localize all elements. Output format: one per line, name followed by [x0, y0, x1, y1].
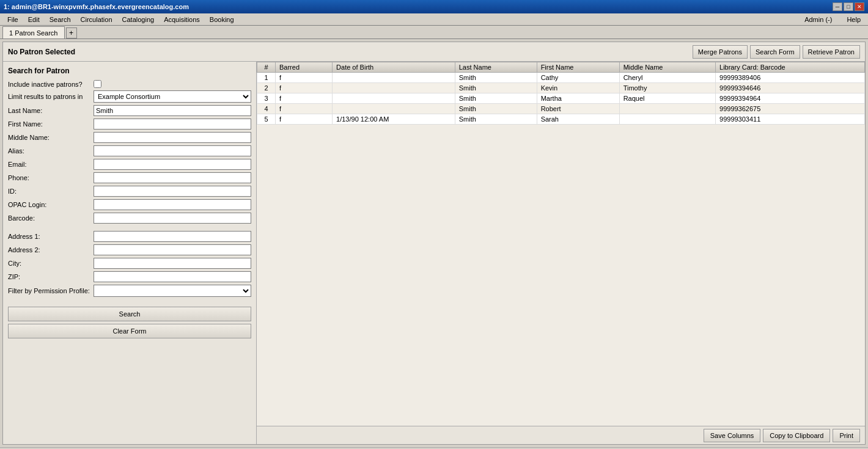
- menubar-right: Admin (-) Help: [800, 15, 866, 24]
- maximize-button[interactable]: □: [844, 2, 853, 11]
- address2-input[interactable]: [94, 244, 251, 255]
- titlebar: 1: admin@BR1-winxpvmfx.phasefx.evergreen…: [0, 0, 868, 13]
- cell-barcode: 99999394964: [716, 93, 865, 104]
- close-button[interactable]: ✕: [855, 2, 864, 11]
- barcode-label: Barcode:: [8, 214, 94, 222]
- email-input[interactable]: [94, 159, 251, 170]
- clear-form-button[interactable]: Clear Form: [8, 324, 251, 338]
- cell-num: 2: [257, 83, 276, 93]
- city-label: City:: [8, 260, 94, 267]
- table-row[interactable]: 1 f Smith Cathy Cheryl 99999389406: [257, 73, 865, 83]
- cell-dob: 1/13/90 12:00 AM: [333, 114, 455, 125]
- tab-add-button[interactable]: +: [66, 27, 77, 38]
- search-form-title: Search for Patron: [8, 67, 251, 75]
- cell-num: 4: [257, 104, 276, 114]
- first-name-row: First Name:: [8, 119, 251, 130]
- include-inactive-row: Include inactive patrons?: [8, 80, 251, 88]
- bottom-bar: Save Columns Copy to Clipboard Print: [257, 426, 865, 444]
- table-row[interactable]: 2 f Smith Kevin Timothy 99999394646: [257, 83, 865, 93]
- search-form-button[interactable]: Search Form: [750, 45, 800, 59]
- table-row[interactable]: 5 f 1/13/90 12:00 AM Smith Sarah 9999930…: [257, 114, 865, 125]
- opac-login-row: OPAC Login:: [8, 199, 251, 210]
- barcode-row: Barcode:: [8, 213, 251, 224]
- cell-middle: Cheryl: [619, 73, 715, 83]
- col-header-last: Last Name: [455, 62, 537, 73]
- retrieve-patron-button[interactable]: Retrieve Patron: [803, 45, 860, 59]
- titlebar-title: 1: admin@BR1-winxpvmfx.phasefx.evergreen…: [4, 3, 189, 10]
- save-columns-button[interactable]: Save Columns: [704, 429, 761, 442]
- cell-last: Smith: [455, 93, 537, 104]
- titlebar-controls: ─ □ ✕: [833, 2, 864, 11]
- results-tbody: 1 f Smith Cathy Cheryl 99999389406 2 f S…: [257, 73, 865, 125]
- zip-label: ZIP:: [8, 273, 94, 280]
- include-inactive-checkbox[interactable]: [94, 80, 101, 88]
- alias-label: Alias:: [8, 147, 94, 155]
- filter-permission-row: Filter by Permission Profile:: [8, 285, 251, 297]
- email-label: Email:: [8, 161, 94, 168]
- address1-label: Address 1:: [8, 233, 94, 240]
- cell-barred: f: [276, 83, 333, 93]
- middle-name-label: Middle Name:: [8, 134, 94, 141]
- results-panel: # Barred Date of Birth Last Name First N…: [257, 62, 865, 444]
- menu-file[interactable]: File: [2, 15, 23, 24]
- merge-patrons-button[interactable]: Merge Patrons: [693, 45, 748, 59]
- tabbar: 1 Patron Search +: [0, 26, 868, 39]
- copy-to-clipboard-button[interactable]: Copy to Clipboard: [763, 429, 830, 442]
- alias-row: Alias:: [8, 145, 251, 156]
- cell-last: Smith: [455, 73, 537, 83]
- col-header-first: First Name: [537, 62, 619, 73]
- topbar-buttons: Merge Patrons Search Form Retrieve Patro…: [693, 45, 860, 59]
- email-row: Email:: [8, 159, 251, 170]
- menu-admin[interactable]: Admin (-): [800, 15, 837, 24]
- city-input[interactable]: [94, 258, 251, 269]
- phone-label: Phone:: [8, 174, 94, 181]
- menu-search[interactable]: Search: [45, 15, 76, 24]
- first-name-input[interactable]: [94, 119, 251, 130]
- phone-input[interactable]: [94, 172, 251, 183]
- middle-name-input[interactable]: [94, 132, 251, 143]
- minimize-button[interactable]: ─: [833, 2, 842, 11]
- opac-login-input[interactable]: [94, 199, 251, 210]
- barcode-input[interactable]: [94, 213, 251, 224]
- alias-input[interactable]: [94, 145, 251, 156]
- cell-barred: f: [276, 73, 333, 83]
- table-row[interactable]: 3 f Smith Martha Raquel 99999394964: [257, 93, 865, 104]
- main-area: No Patron Selected Merge Patrons Search …: [2, 42, 866, 445]
- tab-patron-search[interactable]: 1 Patron Search: [2, 26, 65, 38]
- address1-input[interactable]: [94, 231, 251, 242]
- cell-last: Smith: [455, 104, 537, 114]
- menu-cataloging[interactable]: Cataloging: [117, 15, 160, 24]
- id-label: ID:: [8, 188, 94, 195]
- menu-acquisitions[interactable]: Acquisitions: [159, 15, 205, 24]
- id-input[interactable]: [94, 186, 251, 197]
- menu-help[interactable]: Help: [842, 15, 866, 24]
- cell-barcode: 99999394646: [716, 83, 865, 93]
- limit-results-row: Limit results to patrons in Example Cons…: [8, 90, 251, 103]
- cell-barred: f: [276, 114, 333, 125]
- table-row[interactable]: 4 f Smith Robert 99999362675: [257, 104, 865, 114]
- last-name-label: Last Name:: [8, 107, 94, 114]
- cell-first: Kevin: [537, 83, 619, 93]
- cell-dob: [333, 93, 455, 104]
- search-panel: Search for Patron Include inactive patro…: [3, 62, 257, 444]
- cell-barred: f: [276, 104, 333, 114]
- cell-middle: [619, 114, 715, 125]
- cell-barred: f: [276, 93, 333, 104]
- content-area: Search for Patron Include inactive patro…: [3, 62, 865, 444]
- city-row: City:: [8, 258, 251, 269]
- cell-middle: Raquel: [619, 93, 715, 104]
- filter-permission-select[interactable]: [94, 285, 251, 297]
- print-button[interactable]: Print: [833, 429, 860, 442]
- menu-edit[interactable]: Edit: [23, 15, 45, 24]
- menu-booking[interactable]: Booking: [205, 15, 239, 24]
- filter-permission-label: Filter by Permission Profile:: [8, 287, 94, 294]
- cell-barcode: 99999389406: [716, 73, 865, 83]
- zip-input[interactable]: [94, 271, 251, 282]
- last-name-input[interactable]: [94, 105, 251, 116]
- search-button[interactable]: Search: [8, 307, 251, 321]
- menu-circulation[interactable]: Circulation: [76, 15, 117, 24]
- limit-results-select[interactable]: Example Consortium: [94, 90, 251, 103]
- col-header-middle: Middle Name: [619, 62, 715, 73]
- zip-row: ZIP:: [8, 271, 251, 282]
- results-table-container[interactable]: # Barred Date of Birth Last Name First N…: [257, 62, 865, 426]
